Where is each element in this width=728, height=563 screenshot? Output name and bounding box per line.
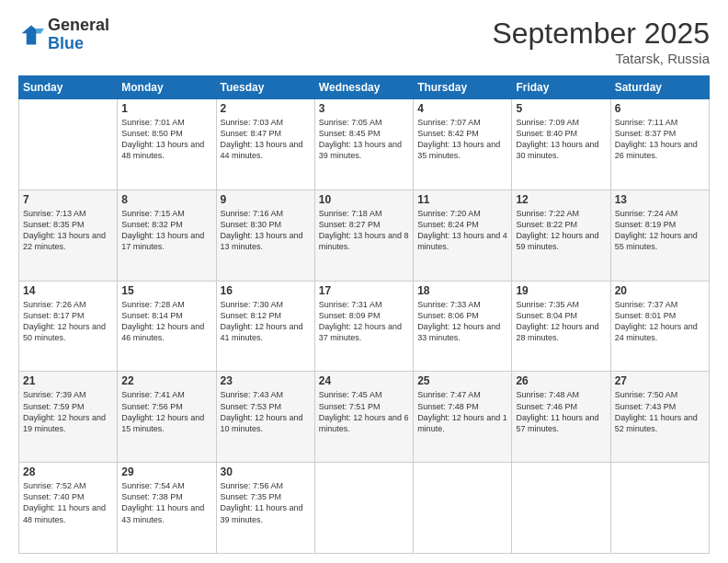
calendar-cell: 14Sunrise: 7:26 AM Sunset: 8:17 PM Dayli… — [19, 281, 118, 372]
logo: General Blue — [18, 17, 109, 53]
calendar-cell: 16Sunrise: 7:30 AM Sunset: 8:12 PM Dayli… — [216, 281, 314, 372]
cell-content: Sunrise: 7:16 AM Sunset: 8:30 PM Dayligh… — [221, 208, 311, 253]
day-number: 27 — [615, 374, 705, 387]
calendar-cell: 5Sunrise: 7:09 AM Sunset: 8:40 PM Daylig… — [512, 99, 610, 190]
day-number: 25 — [417, 374, 507, 387]
logo-general-text: General — [48, 16, 109, 34]
day-number: 9 — [221, 193, 311, 206]
calendar-cell — [610, 463, 709, 554]
calendar-cell: 11Sunrise: 7:20 AM Sunset: 8:24 PM Dayli… — [414, 190, 512, 281]
cell-content: Sunrise: 7:24 AM Sunset: 8:19 PM Dayligh… — [615, 208, 705, 253]
header: General Blue September 2025 Tatarsk, Rus… — [18, 17, 710, 66]
cell-content: Sunrise: 7:37 AM Sunset: 8:01 PM Dayligh… — [615, 299, 705, 344]
day-number: 6 — [615, 102, 705, 115]
calendar-cell: 1Sunrise: 7:01 AM Sunset: 8:50 PM Daylig… — [118, 99, 216, 190]
day-number: 13 — [615, 193, 705, 206]
cell-content: Sunrise: 7:31 AM Sunset: 8:09 PM Dayligh… — [319, 299, 409, 344]
calendar-cell: 27Sunrise: 7:50 AM Sunset: 7:43 PM Dayli… — [610, 372, 709, 463]
calendar-cell: 12Sunrise: 7:22 AM Sunset: 8:22 PM Dayli… — [512, 190, 610, 281]
cell-content: Sunrise: 7:20 AM Sunset: 8:24 PM Dayligh… — [417, 208, 507, 253]
cell-content: Sunrise: 7:45 AM Sunset: 7:51 PM Dayligh… — [319, 389, 409, 434]
cell-content: Sunrise: 7:50 AM Sunset: 7:43 PM Dayligh… — [615, 389, 705, 434]
day-number: 22 — [121, 374, 211, 387]
cell-content: Sunrise: 7:39 AM Sunset: 7:59 PM Dayligh… — [23, 389, 113, 434]
day-number: 20 — [615, 284, 705, 297]
calendar-cell: 28Sunrise: 7:52 AM Sunset: 7:40 PM Dayli… — [19, 463, 118, 554]
cell-content: Sunrise: 7:26 AM Sunset: 8:17 PM Dayligh… — [23, 299, 113, 344]
calendar-cell: 23Sunrise: 7:43 AM Sunset: 7:53 PM Dayli… — [216, 372, 314, 463]
col-sunday: Sunday — [19, 76, 118, 99]
calendar-cell: 30Sunrise: 7:56 AM Sunset: 7:35 PM Dayli… — [216, 463, 314, 554]
calendar-cell: 18Sunrise: 7:33 AM Sunset: 8:06 PM Dayli… — [414, 281, 512, 372]
col-friday: Friday — [512, 76, 610, 99]
page: General Blue September 2025 Tatarsk, Rus… — [0, 0, 728, 563]
cell-content: Sunrise: 7:07 AM Sunset: 8:42 PM Dayligh… — [417, 117, 507, 162]
day-number: 21 — [23, 374, 113, 387]
calendar-cell: 6Sunrise: 7:11 AM Sunset: 8:37 PM Daylig… — [610, 99, 709, 190]
calendar-cell — [19, 99, 118, 190]
calendar-cell: 15Sunrise: 7:28 AM Sunset: 8:14 PM Dayli… — [118, 281, 216, 372]
logo-blue-text: Blue — [48, 34, 84, 52]
calendar-cell: 7Sunrise: 7:13 AM Sunset: 8:35 PM Daylig… — [19, 190, 118, 281]
day-number: 26 — [516, 374, 606, 387]
calendar-cell: 2Sunrise: 7:03 AM Sunset: 8:47 PM Daylig… — [216, 99, 314, 190]
title-block: September 2025 Tatarsk, Russia — [492, 17, 710, 66]
calendar-week-row-2: 14Sunrise: 7:26 AM Sunset: 8:17 PM Dayli… — [19, 281, 710, 372]
cell-content: Sunrise: 7:22 AM Sunset: 8:22 PM Dayligh… — [516, 208, 606, 253]
calendar-cell — [512, 463, 610, 554]
cell-content: Sunrise: 7:09 AM Sunset: 8:40 PM Dayligh… — [516, 117, 606, 162]
col-thursday: Thursday — [414, 76, 512, 99]
day-number: 15 — [121, 284, 211, 297]
day-number: 30 — [221, 465, 311, 478]
day-number: 8 — [121, 193, 211, 206]
cell-content: Sunrise: 7:18 AM Sunset: 8:27 PM Dayligh… — [319, 208, 409, 253]
calendar-cell: 13Sunrise: 7:24 AM Sunset: 8:19 PM Dayli… — [610, 190, 709, 281]
day-number: 4 — [417, 102, 507, 115]
cell-content: Sunrise: 7:33 AM Sunset: 8:06 PM Dayligh… — [417, 299, 507, 344]
day-number: 29 — [121, 465, 211, 478]
calendar-cell — [414, 463, 512, 554]
cell-content: Sunrise: 7:30 AM Sunset: 8:12 PM Dayligh… — [221, 299, 311, 344]
calendar-cell — [314, 463, 413, 554]
calendar-cell: 29Sunrise: 7:54 AM Sunset: 7:38 PM Dayli… — [118, 463, 216, 554]
title-month: September 2025 — [492, 17, 710, 51]
cell-content: Sunrise: 7:52 AM Sunset: 7:40 PM Dayligh… — [23, 480, 113, 525]
calendar-cell: 8Sunrise: 7:15 AM Sunset: 8:32 PM Daylig… — [118, 190, 216, 281]
day-number: 24 — [319, 374, 409, 387]
day-number: 5 — [516, 102, 606, 115]
calendar-cell: 4Sunrise: 7:07 AM Sunset: 8:42 PM Daylig… — [414, 99, 512, 190]
col-saturday: Saturday — [610, 76, 709, 99]
svg-marker-1 — [36, 29, 44, 33]
day-number: 3 — [319, 102, 409, 115]
day-number: 7 — [23, 193, 113, 206]
cell-content: Sunrise: 7:56 AM Sunset: 7:35 PM Dayligh… — [221, 480, 311, 525]
cell-content: Sunrise: 7:03 AM Sunset: 8:47 PM Dayligh… — [221, 117, 311, 162]
calendar-week-row-4: 28Sunrise: 7:52 AM Sunset: 7:40 PM Dayli… — [19, 463, 710, 554]
cell-content: Sunrise: 7:11 AM Sunset: 8:37 PM Dayligh… — [615, 117, 705, 162]
cell-content: Sunrise: 7:41 AM Sunset: 7:56 PM Dayligh… — [121, 389, 211, 434]
day-number: 2 — [221, 102, 311, 115]
calendar-header-row: Sunday Monday Tuesday Wednesday Thursday… — [19, 76, 710, 99]
cell-content: Sunrise: 7:28 AM Sunset: 8:14 PM Dayligh… — [121, 299, 211, 344]
day-number: 14 — [23, 284, 113, 297]
calendar-cell: 24Sunrise: 7:45 AM Sunset: 7:51 PM Dayli… — [314, 372, 413, 463]
col-tuesday: Tuesday — [216, 76, 314, 99]
cell-content: Sunrise: 7:13 AM Sunset: 8:35 PM Dayligh… — [23, 208, 113, 253]
cell-content: Sunrise: 7:43 AM Sunset: 7:53 PM Dayligh… — [221, 389, 311, 434]
title-location: Tatarsk, Russia — [492, 51, 710, 66]
day-number: 17 — [319, 284, 409, 297]
cell-content: Sunrise: 7:35 AM Sunset: 8:04 PM Dayligh… — [516, 299, 606, 344]
calendar-cell: 17Sunrise: 7:31 AM Sunset: 8:09 PM Dayli… — [314, 281, 413, 372]
day-number: 11 — [417, 193, 507, 206]
calendar-table: Sunday Monday Tuesday Wednesday Thursday… — [18, 75, 710, 554]
cell-content: Sunrise: 7:01 AM Sunset: 8:50 PM Dayligh… — [121, 117, 211, 162]
calendar-cell: 25Sunrise: 7:47 AM Sunset: 7:48 PM Dayli… — [414, 372, 512, 463]
calendar-week-row-3: 21Sunrise: 7:39 AM Sunset: 7:59 PM Dayli… — [19, 372, 710, 463]
calendar-cell: 19Sunrise: 7:35 AM Sunset: 8:04 PM Dayli… — [512, 281, 610, 372]
calendar-week-row-0: 1Sunrise: 7:01 AM Sunset: 8:50 PM Daylig… — [19, 99, 710, 190]
cell-content: Sunrise: 7:54 AM Sunset: 7:38 PM Dayligh… — [121, 480, 211, 525]
cell-content: Sunrise: 7:15 AM Sunset: 8:32 PM Dayligh… — [121, 208, 211, 253]
calendar-cell: 10Sunrise: 7:18 AM Sunset: 8:27 PM Dayli… — [314, 190, 413, 281]
day-number: 19 — [516, 284, 606, 297]
svg-marker-0 — [22, 25, 41, 44]
